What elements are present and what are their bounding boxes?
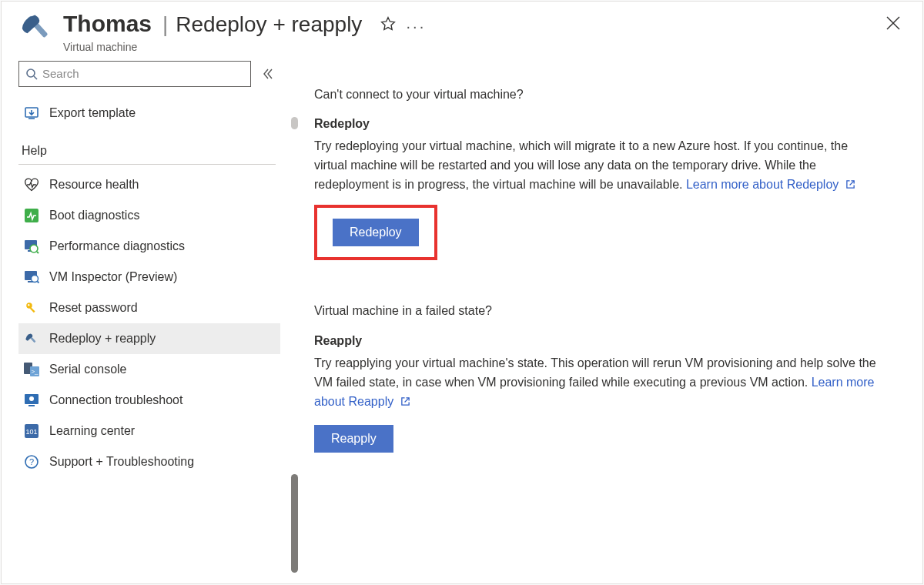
blade: Thomas | Redeploy + reapply ··· Virtual …: [1, 1, 923, 584]
external-link-icon: [400, 396, 410, 406]
svg-line-16: [38, 281, 39, 282]
sidebar-item-label: Connection troubleshoot: [49, 393, 182, 407]
sidebar-item-label: Resource health: [49, 178, 139, 192]
boot-diag-icon: [23, 207, 40, 224]
key-icon: [23, 299, 40, 316]
svg-text:101: 101: [25, 428, 37, 436]
search-input[interactable]: [42, 67, 244, 80]
sidebar-item-connection-troubleshoot[interactable]: Connection troubleshoot: [18, 385, 280, 416]
sidebar-item-label: Boot diagnostics: [49, 209, 139, 222]
svg-text:?: ?: [29, 457, 34, 466]
sidebar-item-performance-diagnostics[interactable]: Performance diagnostics: [18, 231, 280, 262]
redeploy-heading: Redeploy: [314, 115, 902, 134]
svg-marker-1: [382, 18, 395, 30]
serial-console-icon: >_: [23, 361, 40, 378]
connection-icon: [23, 392, 40, 409]
sidebar-item-resource-health[interactable]: Resource health: [18, 169, 280, 200]
sidebar-item-learning-center[interactable]: 101 Learning center: [18, 416, 280, 446]
svg-point-19: [28, 304, 29, 306]
sidebar-item-export-template[interactable]: Export template: [18, 98, 280, 129]
redeploy-description: Try redeploying your virtual machine, wh…: [314, 137, 884, 194]
close-button[interactable]: [881, 11, 906, 35]
more-menu-icon[interactable]: ···: [403, 15, 428, 39]
title-separator: |: [162, 12, 168, 37]
heartbeat-icon: [23, 176, 40, 193]
svg-point-15: [32, 275, 38, 282]
main-content: Can't connect to your virtual machine? R…: [280, 56, 922, 584]
sidebar-item-boot-diagnostics[interactable]: Boot diagnostics: [18, 200, 280, 231]
svg-text:>_: >_: [31, 368, 38, 375]
svg-point-11: [30, 245, 38, 252]
resource-type: Virtual machine: [63, 41, 428, 53]
reapply-button[interactable]: Reapply: [314, 425, 393, 453]
sidebar-item-label: Performance diagnostics: [49, 239, 185, 253]
external-link-icon: [845, 179, 855, 189]
sidebar-item-label: Redeploy + reapply: [49, 332, 156, 346]
sidebar-item-vm-inspector[interactable]: VM Inspector (Preview): [18, 262, 280, 292]
sidebar-section-help: Help: [22, 144, 280, 158]
resource-name: Thomas: [63, 11, 152, 37]
sidebar-item-redeploy-reapply[interactable]: Redeploy + reapply: [18, 323, 280, 354]
vm-inspector-icon: [23, 269, 40, 286]
redeploy-learn-more-link[interactable]: Learn more about Redeploy: [686, 178, 855, 191]
reapply-heading: Reapply: [314, 332, 902, 351]
blade-header: Thomas | Redeploy + reapply ··· Virtual …: [2, 2, 922, 56]
svg-rect-25: [28, 405, 35, 406]
sidebar-item-support-troubleshooting[interactable]: ? Support + Troubleshooting: [18, 446, 280, 477]
sidebar-item-label: Reset password: [49, 301, 138, 315]
scroll-indicator-top: [291, 117, 298, 129]
svg-line-5: [34, 76, 37, 79]
svg-point-4: [27, 69, 35, 77]
menu-search[interactable]: [18, 61, 251, 87]
export-template-icon: [23, 105, 40, 122]
collapse-menu-icon[interactable]: [259, 61, 276, 87]
redeploy-button-highlight: Redeploy: [314, 205, 437, 260]
sidebar-item-label: VM Inspector (Preview): [49, 270, 177, 284]
redeploy-question: Can't connect to your virtual machine?: [314, 85, 902, 105]
svg-rect-18: [30, 307, 35, 313]
help-icon: ?: [23, 453, 40, 470]
svg-point-26: [29, 396, 34, 401]
svg-line-31: [849, 181, 854, 186]
favorite-star-icon[interactable]: [376, 12, 400, 36]
sidebar-item-label: Export template: [49, 106, 136, 120]
svg-line-32: [404, 398, 409, 403]
sidebar-item-label: Support + Troubleshooting: [49, 455, 194, 469]
scrollbar-thumb[interactable]: [291, 474, 298, 573]
page-title: Redeploy + reapply: [176, 12, 362, 37]
learning-icon: 101: [23, 423, 40, 440]
reapply-description: Try reapplying your virtual machine's st…: [314, 354, 884, 411]
sidebar-item-label: Serial console: [49, 363, 127, 376]
hammer-icon: [20, 11, 54, 45]
hammer-small-icon: [23, 330, 40, 347]
sidebar: Export template Help Resource health: [2, 56, 280, 584]
redeploy-button[interactable]: Redeploy: [333, 219, 419, 246]
search-icon: [25, 68, 38, 80]
svg-line-12: [37, 252, 38, 253]
reapply-question: Virtual machine in a failed state?: [314, 302, 902, 321]
divider: [18, 164, 276, 165]
perf-diag-icon: [23, 238, 40, 255]
sidebar-item-serial-console[interactable]: >_ Serial console: [18, 354, 280, 385]
sidebar-item-reset-password[interactable]: Reset password: [18, 292, 280, 323]
sidebar-item-label: Learning center: [49, 424, 135, 438]
